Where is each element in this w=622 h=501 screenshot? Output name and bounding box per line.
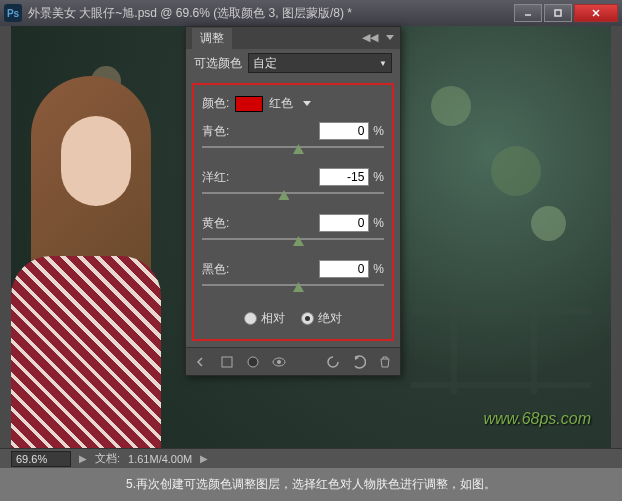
preset-label: 可选颜色 <box>194 55 242 72</box>
method-row: 相对 绝对 <box>198 302 388 331</box>
reset-icon[interactable] <box>350 353 368 371</box>
preset-dropdown[interactable]: 自定 <box>248 53 392 73</box>
adjustments-panel: 调整 ◀◀ 可选颜色 自定 颜色: 红色 青色: 0 % <box>185 26 401 376</box>
slider-magenta: 洋红: -15 % <box>198 164 388 210</box>
app-window: Ps 外景美女 大眼仔~旭.psd @ 69.6% (选取颜色 3, 图层蒙版/… <box>0 0 622 468</box>
slider-label: 黄色: <box>202 215 229 232</box>
app-icon: Ps <box>4 4 22 22</box>
highlighted-settings: 颜色: 红色 青色: 0 % 洋红: <box>192 83 394 341</box>
panel-footer <box>186 347 400 375</box>
close-button[interactable] <box>574 4 618 22</box>
slider-yellow: 黄色: 0 % <box>198 210 388 256</box>
radio-relative[interactable]: 相对 <box>244 310 285 327</box>
statusbar: 69.6% ▶ 文档: 1.61M/4.00M ▶ <box>0 448 622 468</box>
slider-value-input[interactable]: -15 <box>319 168 369 186</box>
caption-bar: 5.再次创建可选颜色调整图层，选择红色对人物肤色进行调整，如图。 <box>0 468 622 501</box>
photo-subject <box>11 76 171 448</box>
slider-value-input[interactable]: 0 <box>319 260 369 278</box>
radio-label: 绝对 <box>318 310 342 327</box>
slider-track[interactable] <box>202 236 384 250</box>
svg-point-7 <box>277 360 281 364</box>
trash-icon[interactable] <box>376 353 394 371</box>
slider-label: 黑色: <box>202 261 229 278</box>
color-dropdown-icon[interactable] <box>303 101 311 106</box>
minimize-button[interactable] <box>514 4 542 22</box>
svg-rect-1 <box>555 10 561 16</box>
color-value: 红色 <box>269 95 293 112</box>
color-select-row: 颜色: 红色 <box>198 89 388 118</box>
window-title: 外景美女 大眼仔~旭.psd @ 69.6% (选取颜色 3, 图层蒙版/8) … <box>28 5 514 22</box>
prev-state-icon[interactable] <box>324 353 342 371</box>
titlebar: Ps 外景美女 大眼仔~旭.psd @ 69.6% (选取颜色 3, 图层蒙版/… <box>0 0 622 26</box>
status-arrow-icon[interactable]: ▶ <box>79 453 87 464</box>
caption-text: 5.再次创建可选颜色调整图层，选择红色对人物肤色进行调整，如图。 <box>126 476 496 493</box>
window-controls <box>514 4 618 22</box>
preset-value: 自定 <box>253 55 277 72</box>
back-icon[interactable] <box>192 353 210 371</box>
slider-label: 洋红: <box>202 169 229 186</box>
doc-label: 文档: <box>95 451 120 466</box>
percent-sign: % <box>373 170 384 184</box>
slider-track[interactable] <box>202 282 384 296</box>
maximize-button[interactable] <box>544 4 572 22</box>
svg-point-5 <box>248 357 258 367</box>
slider-value-input[interactable]: 0 <box>319 214 369 232</box>
radio-absolute[interactable]: 绝对 <box>301 310 342 327</box>
svg-rect-4 <box>222 357 232 367</box>
percent-sign: % <box>373 262 384 276</box>
slider-track[interactable] <box>202 190 384 204</box>
color-label: 颜色: <box>202 95 229 112</box>
watermark: www.68ps.com <box>483 410 591 428</box>
preset-row: 可选颜色 自定 <box>186 49 400 77</box>
radio-icon <box>301 312 314 325</box>
panel-collapse-icon[interactable]: ◀◀ <box>362 31 378 44</box>
radio-label: 相对 <box>261 310 285 327</box>
slider-label: 青色: <box>202 123 229 140</box>
visibility-icon[interactable] <box>270 353 288 371</box>
status-arrow-icon[interactable]: ▶ <box>200 453 208 464</box>
expand-icon[interactable] <box>218 353 236 371</box>
percent-sign: % <box>373 124 384 138</box>
doc-size: 1.61M/4.00M <box>128 453 192 465</box>
slider-value-input[interactable]: 0 <box>319 122 369 140</box>
zoom-input[interactable]: 69.6% <box>11 451 71 467</box>
tab-adjustments[interactable]: 调整 <box>192 28 232 49</box>
radio-icon <box>244 312 257 325</box>
percent-sign: % <box>373 216 384 230</box>
color-swatch <box>235 96 263 112</box>
panel-tab-bar: 调整 ◀◀ <box>186 27 400 49</box>
slider-track[interactable] <box>202 144 384 158</box>
layer-icon[interactable] <box>244 353 262 371</box>
slider-black: 黑色: 0 % <box>198 256 388 302</box>
slider-cyan: 青色: 0 % <box>198 118 388 164</box>
photo-fence <box>411 308 591 388</box>
